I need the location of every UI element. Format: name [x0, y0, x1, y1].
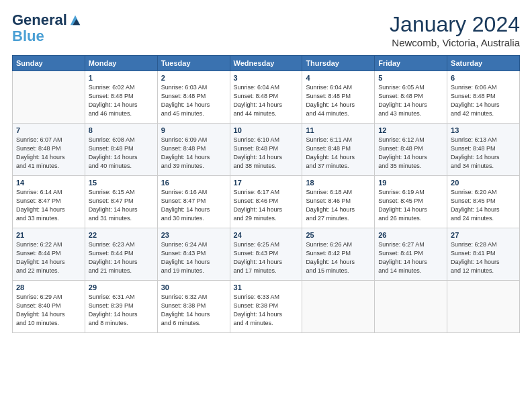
day-info: Sunrise: 6:25 AM Sunset: 8:43 PM Dayligh… [234, 240, 299, 275]
day-number: 30 [161, 283, 226, 291]
day-cell: 11Sunrise: 6:11 AM Sunset: 8:48 PM Dayli… [302, 124, 375, 176]
day-cell: 21Sunrise: 6:22 AM Sunset: 8:44 PM Dayli… [13, 228, 85, 281]
day-number: 3 [234, 74, 299, 82]
day-info: Sunrise: 6:12 AM Sunset: 8:48 PM Dayligh… [378, 136, 443, 171]
day-cell: 30Sunrise: 6:32 AM Sunset: 8:38 PM Dayli… [157, 281, 230, 333]
day-info: Sunrise: 6:22 AM Sunset: 8:44 PM Dayligh… [16, 240, 81, 275]
day-cell: 4Sunrise: 6:04 AM Sunset: 8:48 PM Daylig… [302, 71, 375, 124]
week-row-2: 14Sunrise: 6:14 AM Sunset: 8:47 PM Dayli… [13, 176, 520, 228]
day-cell [375, 281, 447, 333]
day-number: 1 [89, 74, 154, 82]
col-tuesday: Tuesday [157, 56, 230, 71]
day-info: Sunrise: 6:15 AM Sunset: 8:47 PM Dayligh… [89, 188, 154, 223]
day-cell: 15Sunrise: 6:15 AM Sunset: 8:47 PM Dayli… [85, 176, 157, 228]
day-number: 15 [89, 179, 154, 187]
day-cell: 24Sunrise: 6:25 AM Sunset: 8:43 PM Dayli… [230, 228, 302, 281]
day-cell: 18Sunrise: 6:18 AM Sunset: 8:46 PM Dayli… [302, 176, 375, 228]
day-cell: 27Sunrise: 6:28 AM Sunset: 8:41 PM Dayli… [447, 228, 520, 281]
day-number: 4 [306, 74, 371, 82]
week-row-4: 28Sunrise: 6:29 AM Sunset: 8:40 PM Dayli… [13, 281, 520, 333]
day-cell: 12Sunrise: 6:12 AM Sunset: 8:48 PM Dayli… [375, 124, 447, 176]
header-row: Sunday Monday Tuesday Wednesday Thursday… [13, 56, 520, 71]
day-cell: 13Sunrise: 6:13 AM Sunset: 8:48 PM Dayli… [447, 124, 520, 176]
day-cell: 8Sunrise: 6:08 AM Sunset: 8:48 PM Daylig… [85, 124, 157, 176]
header: General Blue January 2024 Newcomb, Victo… [12, 12, 520, 48]
day-info: Sunrise: 6:26 AM Sunset: 8:42 PM Dayligh… [306, 240, 371, 275]
day-number: 5 [378, 74, 443, 82]
day-number: 21 [16, 231, 81, 239]
day-info: Sunrise: 6:04 AM Sunset: 8:48 PM Dayligh… [306, 83, 371, 118]
day-number: 25 [306, 231, 371, 239]
day-number: 7 [16, 126, 81, 134]
day-info: Sunrise: 6:33 AM Sunset: 8:38 PM Dayligh… [234, 293, 299, 328]
day-number: 28 [16, 283, 81, 291]
logo-text-blue: Blue [12, 28, 44, 44]
col-monday: Monday [85, 56, 157, 71]
day-info: Sunrise: 6:16 AM Sunset: 8:47 PM Dayligh… [161, 188, 226, 223]
day-number: 23 [161, 231, 226, 239]
logo-text-general: General [12, 12, 67, 28]
day-info: Sunrise: 6:28 AM Sunset: 8:41 PM Dayligh… [451, 240, 516, 275]
calendar-table: Sunday Monday Tuesday Wednesday Thursday… [12, 55, 520, 333]
week-row-3: 21Sunrise: 6:22 AM Sunset: 8:44 PM Dayli… [13, 228, 520, 281]
day-cell: 29Sunrise: 6:31 AM Sunset: 8:39 PM Dayli… [85, 281, 157, 333]
day-info: Sunrise: 6:06 AM Sunset: 8:48 PM Dayligh… [451, 83, 516, 118]
logo-icon [69, 14, 81, 26]
col-thursday: Thursday [302, 56, 375, 71]
day-number: 6 [451, 74, 516, 82]
day-info: Sunrise: 6:13 AM Sunset: 8:48 PM Dayligh… [451, 136, 516, 171]
col-saturday: Saturday [447, 56, 520, 71]
col-wednesday: Wednesday [230, 56, 302, 71]
day-number: 31 [234, 283, 299, 291]
week-row-0: 1Sunrise: 6:02 AM Sunset: 8:48 PM Daylig… [13, 71, 520, 124]
week-row-1: 7Sunrise: 6:07 AM Sunset: 8:48 PM Daylig… [13, 124, 520, 176]
day-number: 24 [234, 231, 299, 239]
day-info: Sunrise: 6:14 AM Sunset: 8:47 PM Dayligh… [16, 188, 81, 223]
month-title: January 2024 [390, 12, 520, 37]
day-cell: 17Sunrise: 6:17 AM Sunset: 8:46 PM Dayli… [230, 176, 302, 228]
day-number: 11 [306, 126, 371, 134]
day-number: 8 [89, 126, 154, 134]
day-info: Sunrise: 6:10 AM Sunset: 8:48 PM Dayligh… [234, 136, 299, 171]
day-cell [302, 281, 375, 333]
day-number: 16 [161, 179, 226, 187]
day-info: Sunrise: 6:18 AM Sunset: 8:46 PM Dayligh… [306, 188, 371, 223]
day-number: 10 [234, 126, 299, 134]
logo: General Blue [12, 12, 81, 44]
day-number: 9 [161, 126, 226, 134]
day-info: Sunrise: 6:02 AM Sunset: 8:48 PM Dayligh… [89, 83, 154, 118]
day-cell [447, 281, 520, 333]
day-number: 19 [378, 179, 443, 187]
day-cell: 22Sunrise: 6:23 AM Sunset: 8:44 PM Dayli… [85, 228, 157, 281]
day-number: 14 [16, 179, 81, 187]
day-info: Sunrise: 6:19 AM Sunset: 8:45 PM Dayligh… [378, 188, 443, 223]
day-info: Sunrise: 6:07 AM Sunset: 8:48 PM Dayligh… [16, 136, 81, 171]
day-number: 18 [306, 179, 371, 187]
day-cell: 31Sunrise: 6:33 AM Sunset: 8:38 PM Dayli… [230, 281, 302, 333]
day-cell: 19Sunrise: 6:19 AM Sunset: 8:45 PM Dayli… [375, 176, 447, 228]
day-info: Sunrise: 6:29 AM Sunset: 8:40 PM Dayligh… [16, 293, 81, 328]
col-sunday: Sunday [13, 56, 85, 71]
day-info: Sunrise: 6:20 AM Sunset: 8:45 PM Dayligh… [451, 188, 516, 223]
day-info: Sunrise: 6:09 AM Sunset: 8:48 PM Dayligh… [161, 136, 226, 171]
day-info: Sunrise: 6:17 AM Sunset: 8:46 PM Dayligh… [234, 188, 299, 223]
day-info: Sunrise: 6:08 AM Sunset: 8:48 PM Dayligh… [89, 136, 154, 171]
day-cell: 9Sunrise: 6:09 AM Sunset: 8:48 PM Daylig… [157, 124, 230, 176]
day-number: 26 [378, 231, 443, 239]
day-number: 29 [89, 283, 154, 291]
day-number: 12 [378, 126, 443, 134]
day-number: 17 [234, 179, 299, 187]
day-cell: 6Sunrise: 6:06 AM Sunset: 8:48 PM Daylig… [447, 71, 520, 124]
day-cell: 10Sunrise: 6:10 AM Sunset: 8:48 PM Dayli… [230, 124, 302, 176]
day-number: 22 [89, 231, 154, 239]
day-cell: 25Sunrise: 6:26 AM Sunset: 8:42 PM Dayli… [302, 228, 375, 281]
day-cell: 2Sunrise: 6:03 AM Sunset: 8:48 PM Daylig… [157, 71, 230, 124]
day-cell: 26Sunrise: 6:27 AM Sunset: 8:41 PM Dayli… [375, 228, 447, 281]
day-info: Sunrise: 6:23 AM Sunset: 8:44 PM Dayligh… [89, 240, 154, 275]
title-block: January 2024 Newcomb, Victoria, Australi… [390, 12, 520, 48]
day-info: Sunrise: 6:05 AM Sunset: 8:48 PM Dayligh… [378, 83, 443, 118]
day-info: Sunrise: 6:32 AM Sunset: 8:38 PM Dayligh… [161, 293, 226, 328]
day-info: Sunrise: 6:31 AM Sunset: 8:39 PM Dayligh… [89, 293, 154, 328]
location-subtitle: Newcomb, Victoria, Australia [390, 37, 520, 48]
day-cell: 5Sunrise: 6:05 AM Sunset: 8:48 PM Daylig… [375, 71, 447, 124]
